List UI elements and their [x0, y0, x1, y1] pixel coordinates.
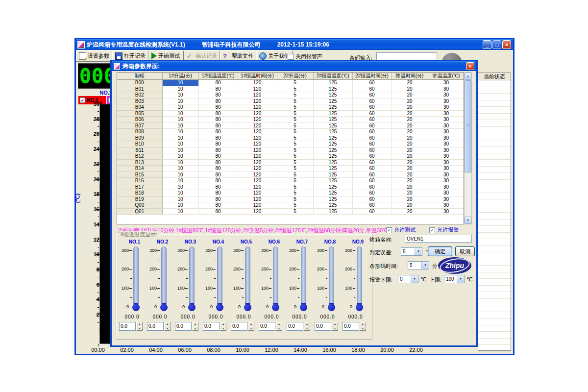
table-cell[interactable]: 10: [162, 153, 198, 160]
table-cell[interactable]: 60: [352, 172, 392, 178]
table-cell[interactable]: 60: [352, 190, 392, 196]
status-list-row[interactable]: [478, 325, 511, 332]
tolerance-dropdown-arrow-icon[interactable]: ▼: [415, 248, 422, 255]
spinner-value[interactable]: 0.0: [147, 322, 164, 331]
table-cell[interactable]: 30: [428, 110, 464, 117]
table-cell[interactable]: 30: [428, 208, 464, 215]
status-list-row[interactable]: [478, 153, 511, 160]
table-cell[interactable]: 10: [162, 208, 198, 215]
status-list-row[interactable]: [478, 206, 511, 213]
table-cell[interactable]: 60: [352, 178, 392, 184]
table-cell[interactable]: 120: [238, 135, 277, 141]
status-list-row[interactable]: [478, 259, 511, 266]
table-cell[interactable]: 30: [428, 86, 464, 92]
status-list-row[interactable]: [478, 193, 511, 200]
table-cell[interactable]: 80: [198, 184, 238, 190]
table-cell[interactable]: 10: [162, 184, 198, 190]
scrollbar-thumb[interactable]: [465, 80, 471, 172]
table-cell[interactable]: 5: [277, 117, 313, 123]
table-cell[interactable]: 80: [198, 196, 238, 202]
table-cell[interactable]: 125: [313, 117, 352, 123]
status-list-row[interactable]: [478, 180, 511, 187]
table-cell[interactable]: 60: [352, 208, 392, 215]
table-row-header[interactable]: B18: [117, 190, 162, 196]
spinner-down-arrow-icon[interactable]: ▼: [304, 326, 310, 331]
spinner-down-arrow-icon[interactable]: ▼: [332, 326, 338, 331]
table-cell[interactable]: 60: [352, 184, 392, 190]
table-column-header[interactable]: 1#恒温时间(分): [238, 73, 277, 80]
table-cell[interactable]: 120: [238, 110, 277, 117]
table-cell[interactable]: 120: [238, 129, 277, 135]
table-cell[interactable]: 10: [162, 141, 198, 147]
status-list-row[interactable]: [478, 127, 511, 134]
table-cell[interactable]: 30: [428, 172, 464, 178]
status-list-row[interactable]: [478, 246, 511, 253]
table-cell[interactable]: 125: [313, 208, 352, 215]
spinner-value[interactable]: 0.0: [343, 322, 359, 331]
table-cell[interactable]: 10: [162, 147, 198, 153]
status-list-row[interactable]: [478, 160, 511, 167]
table-cell[interactable]: 10: [162, 129, 198, 135]
status-list-row[interactable]: [478, 220, 511, 226]
table-cell[interactable]: 5: [277, 135, 313, 141]
table-cell[interactable]: 120: [238, 147, 277, 153]
table-cell[interactable]: 60: [352, 196, 392, 202]
table-cell[interactable]: 5: [277, 104, 313, 111]
table-cell[interactable]: 125: [313, 190, 352, 196]
table-cell[interactable]: 20: [392, 141, 428, 147]
table-cell[interactable]: 5: [277, 129, 313, 135]
spinner-up-arrow-icon[interactable]: ▲: [164, 322, 171, 326]
status-list-row[interactable]: [478, 305, 511, 312]
table-cell[interactable]: 5: [277, 190, 313, 196]
mute-alarm-checkbox[interactable]: 关闭报警声: [288, 53, 322, 60]
spinner-down-arrow-icon[interactable]: ▼: [192, 326, 198, 331]
table-cell[interactable]: 125: [313, 166, 352, 172]
spinner-up-arrow-icon[interactable]: ▲: [136, 322, 143, 326]
status-list-row[interactable]: [478, 87, 511, 94]
table-scrollbar[interactable]: ▲ ▼: [464, 72, 472, 224]
table-cell[interactable]: 125: [313, 159, 352, 166]
status-list-row[interactable]: [478, 107, 511, 114]
table-cell[interactable]: 120: [238, 178, 277, 184]
channel-setpoint-spinner[interactable]: 0.0▲▼: [287, 322, 314, 331]
table-cell[interactable]: 60: [352, 92, 392, 98]
table-cell[interactable]: 20: [392, 86, 428, 92]
table-cell[interactable]: 125: [313, 196, 352, 202]
status-list-row[interactable]: [478, 239, 511, 246]
spinner-up-arrow-icon[interactable]: ▲: [220, 322, 226, 326]
table-cell[interactable]: 60: [352, 141, 392, 147]
table-cell[interactable]: 30: [428, 153, 464, 160]
status-list-row[interactable]: [478, 252, 511, 259]
spinner-up-arrow-icon[interactable]: ▲: [276, 322, 282, 326]
table-cell[interactable]: 60: [352, 98, 392, 104]
allow-alarm-checkbox[interactable]: ✓ 允许报警: [429, 226, 459, 234]
table-cell[interactable]: 5: [277, 80, 313, 86]
table-cell[interactable]: 80: [198, 86, 238, 92]
table-cell[interactable]: 20: [392, 98, 428, 104]
table-cell[interactable]: 60: [352, 104, 392, 111]
table-cell[interactable]: 60: [352, 159, 392, 166]
table-cell[interactable]: 20: [392, 117, 428, 123]
table-cell[interactable]: 30: [428, 147, 464, 153]
table-row-header[interactable]: B16: [117, 178, 162, 184]
channel-setpoint-spinner[interactable]: 0.0▲▼: [343, 322, 369, 331]
spinner-up-arrow-icon[interactable]: ▲: [248, 322, 254, 326]
table-cell[interactable]: 20: [392, 208, 428, 215]
table-cell[interactable]: 30: [428, 159, 464, 166]
spinner-down-arrow-icon[interactable]: ▼: [136, 326, 143, 331]
ok-button[interactable]: 确定: [428, 246, 452, 256]
table-cell[interactable]: 20: [392, 92, 428, 98]
main-titlebar[interactable]: 炉温烤箱专用温度在线检测系统(V1.1)智浦电子科技有限公司2012-1-15 …: [76, 39, 513, 50]
table-cell[interactable]: 20: [392, 135, 428, 141]
table-cell[interactable]: 120: [238, 159, 277, 166]
status-list-row[interactable]: [478, 286, 511, 293]
table-cell[interactable]: 120: [238, 172, 277, 178]
table-cell[interactable]: 80: [198, 159, 238, 166]
table-cell[interactable]: 80: [198, 147, 238, 153]
status-list-row[interactable]: [478, 345, 511, 352]
table-cell[interactable]: 20: [392, 153, 428, 160]
spinner-value[interactable]: 0.0: [203, 322, 220, 331]
table-row-header[interactable]: B04: [117, 104, 162, 111]
table-column-header[interactable]: 常温温度(℃): [428, 73, 464, 80]
table-cell[interactable]: 5: [277, 110, 313, 117]
